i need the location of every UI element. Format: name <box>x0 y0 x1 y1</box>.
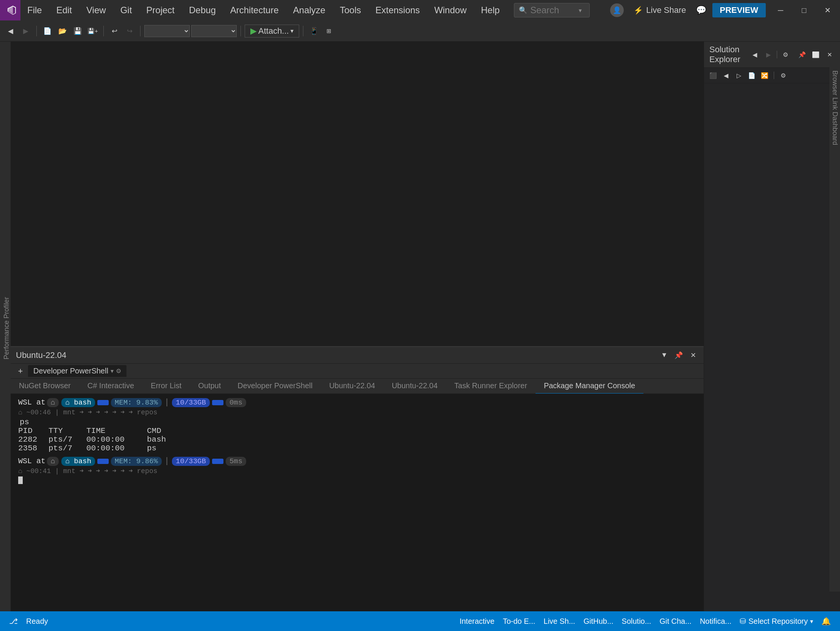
panel-tab-ubuntu2[interactable]: Ubuntu-22.04 <box>383 379 446 394</box>
panel-tab-taskrunner[interactable]: Task Runner Explorer <box>446 379 535 394</box>
toolbar-open-btn[interactable]: 📂 <box>56 24 69 38</box>
toolbar-config-combo[interactable] <box>144 25 190 37</box>
menu-edit[interactable]: Edit <box>50 0 79 21</box>
menu-view[interactable]: View <box>79 0 113 21</box>
terminal-tab-dropdown-icon: ▾ <box>111 367 114 375</box>
status-interactive[interactable]: Interactive <box>456 611 498 631</box>
panel-tab-csharp[interactable]: C# Interactive <box>79 379 142 394</box>
terminal-content[interactable]: WSL at ⌂ ⌂ bash MEM: 9.83% | 10/33GB 0ms… <box>11 394 704 611</box>
menu-file[interactable]: File <box>21 0 49 21</box>
terminal-settings-icon[interactable]: ⚙ <box>116 367 121 375</box>
sol-maximize-btn[interactable]: ⬜ <box>810 49 821 60</box>
preview-button[interactable]: PREVIEW <box>712 3 766 17</box>
sol-toolbar-btn-2[interactable]: ◀ <box>721 70 731 81</box>
status-solution[interactable]: Solutio... <box>618 611 655 631</box>
panel-tab-error[interactable]: Error List <box>142 379 190 394</box>
toolbar-platform-combo[interactable] <box>191 25 237 37</box>
menu-window[interactable]: Window <box>428 0 474 21</box>
user-avatar[interactable]: 👤 <box>610 3 624 17</box>
sol-separator <box>777 51 777 59</box>
maximize-button[interactable]: □ <box>795 0 813 21</box>
sol-settings-btn[interactable]: ⚙ <box>780 49 791 60</box>
toolbar-undo-btn[interactable]: ↩ <box>107 24 121 38</box>
sol-settings-toolbar-btn[interactable]: ⚙ <box>778 70 788 81</box>
menu-architecture[interactable]: Architecture <box>223 0 286 21</box>
sol-close-btn[interactable]: ✕ <box>824 49 835 60</box>
status-liveshare[interactable]: Live Sh... <box>540 611 579 631</box>
menu-analyze[interactable]: Analyze <box>286 0 332 21</box>
status-notifications[interactable]: Notifica... <box>696 611 735 631</box>
menu-tools[interactable]: Tools <box>333 0 368 21</box>
status-gitchanges[interactable]: Git Cha... <box>655 611 695 631</box>
status-todo[interactable]: To-do E... <box>499 611 539 631</box>
terminal-title: Ubuntu-22.04 <box>16 350 66 360</box>
solution-explorer-panel: Solution Explorer ◀ ▶ ⚙ 📌 ⬜ ✕ ⬛ ◀ ▷ 📄 🔀 … <box>704 42 840 611</box>
search-dropdown-icon[interactable]: ▾ <box>579 7 582 14</box>
search-icon: 🔍 <box>519 6 527 14</box>
toolbar-redo-btn[interactable]: ↪ <box>123 24 136 38</box>
menu-debug[interactable]: Debug <box>182 0 223 21</box>
editor-area[interactable] <box>11 42 704 346</box>
status-bar: ⎇ Ready Interactive To-do E... Live Sh..… <box>0 611 840 631</box>
terminal-header-controls: ▼ 📌 ✕ <box>659 350 698 361</box>
feedback-icon[interactable]: 💬 <box>696 5 706 15</box>
panel-tab-output[interactable]: Output <box>190 379 229 394</box>
minimize-button[interactable]: ─ <box>772 0 789 21</box>
live-share-icon: ⚡ <box>633 6 643 15</box>
todo-label: To-do E... <box>503 617 535 626</box>
menu-help[interactable]: Help <box>474 0 506 21</box>
search-bar[interactable]: 🔍 ▾ <box>514 3 590 17</box>
sol-back-btn[interactable]: ◀ <box>750 49 760 60</box>
terminal-tab-developer-powershell[interactable]: Developer PowerShell ▾ ⚙ <box>28 365 126 377</box>
live-share-button[interactable]: ⚡ Live Share <box>630 4 690 17</box>
sol-pin-btn[interactable]: 📌 <box>797 49 807 60</box>
sol-toolbar-btn-5[interactable]: 🔀 <box>759 70 770 81</box>
status-github[interactable]: GitHub... <box>580 611 617 631</box>
toolbar-forward-btn[interactable]: ▶ <box>19 24 33 38</box>
attach-button[interactable]: ▶ Attach... ▾ <box>245 25 299 38</box>
ps-cmd-2: ps <box>147 444 696 452</box>
panel-tab-nuget[interactable]: NuGet Browser <box>11 379 79 394</box>
panel-tab-devpowershell[interactable]: Developer PowerShell <box>229 379 321 394</box>
close-button[interactable]: ✕ <box>819 0 836 21</box>
vs-logo[interactable] <box>0 0 21 21</box>
search-input[interactable] <box>530 5 576 16</box>
terminal-add-tab-btn[interactable]: + <box>14 365 27 377</box>
status-ready[interactable]: Ready <box>22 611 52 631</box>
terminal-prompt-2: WSL at ⌂ ⌂ bash MEM: 9.86% | 10/33GB 5ms <box>18 456 696 466</box>
toolbar-back-btn[interactable]: ◀ <box>4 24 17 38</box>
browser-link-dashboard-tab[interactable]: Browser Link Dashboard <box>829 66 840 150</box>
panel-tab-package-manager[interactable]: Package Manager Console <box>535 379 643 394</box>
performance-profiler-tab[interactable]: Performance Profiler <box>3 293 11 363</box>
col-cmd: CMD <box>147 427 696 435</box>
toolbar-extra-btn[interactable]: ⊞ <box>322 24 336 38</box>
terminal-pin-btn[interactable]: 📌 <box>673 350 684 361</box>
toolbar-save-all-btn[interactable]: 💾+ <box>86 24 99 38</box>
terminal-cursor-line <box>18 476 696 484</box>
sol-forward-btn[interactable]: ▶ <box>763 49 774 60</box>
sol-toolbar-sep <box>774 71 774 79</box>
right-tab-strip: Browser Link Dashboard <box>829 62 840 591</box>
status-notifications-bell[interactable]: 🔔 <box>818 611 835 631</box>
terminal-collapse-btn[interactable]: ▼ <box>659 350 669 361</box>
toolbar-device-btn[interactable]: 📱 <box>307 24 321 38</box>
menu-project[interactable]: Project <box>139 0 182 21</box>
notifications-label: Notifica... <box>700 617 731 626</box>
panel-tab-ubuntu1[interactable]: Ubuntu-22.04 <box>321 379 383 394</box>
status-select-repo[interactable]: ⛁ Select Repository ▾ <box>736 611 817 631</box>
terminal-close-btn[interactable]: ✕ <box>688 350 698 361</box>
menu-git[interactable]: Git <box>114 0 139 21</box>
toolbar-sep-1 <box>36 26 37 36</box>
sol-toolbar-btn-1[interactable]: ⬛ <box>708 70 718 81</box>
play-icon: ▶ <box>250 26 257 36</box>
mem-badge-1: MEM: 9.83% <box>111 398 162 407</box>
col-tty: TTY <box>49 427 86 435</box>
menu-extensions[interactable]: Extensions <box>368 0 426 21</box>
status-git-branch[interactable]: ⎇ <box>5 611 22 631</box>
terminal-cursor <box>18 476 23 484</box>
toolbar-new-btn[interactable]: 📄 <box>41 24 54 38</box>
sol-toolbar-btn-4[interactable]: 📄 <box>747 70 757 81</box>
terminal-prompt-1: WSL at ⌂ ⌂ bash MEM: 9.83% | 10/33GB 0ms <box>18 398 696 407</box>
sol-toolbar-btn-3[interactable]: ▷ <box>734 70 744 81</box>
toolbar-save-btn[interactable]: 💾 <box>71 24 84 38</box>
